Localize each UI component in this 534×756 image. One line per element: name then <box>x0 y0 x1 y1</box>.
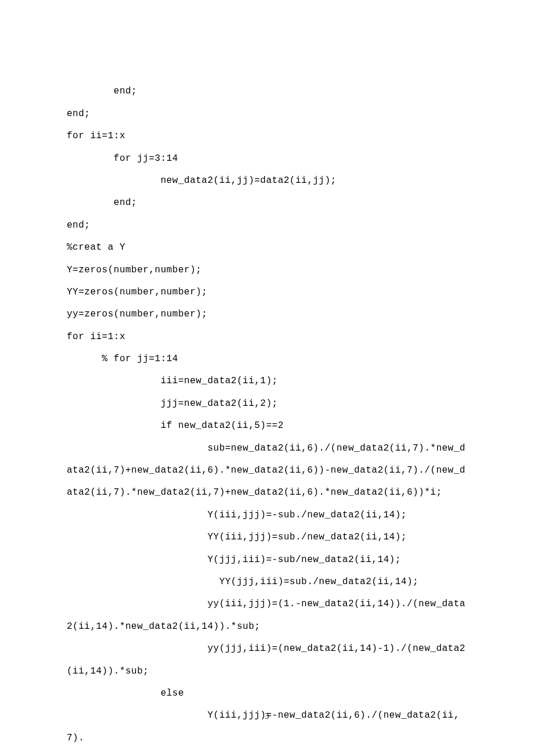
code-line: yy(iii,jjj)=(1.-new_data2(ii,14))./(new_… <box>67 599 466 631</box>
code-line: Y=zeros(number,number); <box>67 265 201 275</box>
code-line: YY=zeros(number,number); <box>67 287 207 297</box>
code-line: Y(jjj,iii)=-sub/new_data2(ii,14); <box>67 555 401 565</box>
code-line: jjj=new_data2(ii,2); <box>67 398 278 409</box>
code-line: yy=zeros(number,number); <box>67 309 207 319</box>
code-line: YY(iii,jjj)=sub./new_data2(ii,14); <box>67 532 407 542</box>
code-line: YY(jjj,iii)=sub./new_data2(ii,14); <box>67 577 418 587</box>
code-line: sub=new_data2(ii,6)./(new_data2(ii,7).*n… <box>67 443 466 498</box>
code-content: end; end; for ii=1:x for jj=3:14 new_dat… <box>67 58 467 749</box>
code-line: end; <box>67 220 90 231</box>
code-line: % for jj=1:14 <box>67 354 178 364</box>
page-number: 3 <box>0 712 534 721</box>
code-line: Y(iii,jjj)=-sub./new_data2(ii,14); <box>67 510 407 520</box>
code-line: for ii=1:x <box>67 332 125 342</box>
code-line: new_data2(ii,jj)=data2(ii,jj); <box>67 175 337 186</box>
code-line: for jj=3:14 <box>67 153 178 164</box>
code-line: else <box>67 688 184 699</box>
code-line: yy(jjj,iii)=(new_data2(ii,14)-1)./(new_d… <box>67 643 466 676</box>
code-line: for ii=1:x <box>67 131 125 141</box>
code-line: iii=new_data2(ii,1); <box>67 376 278 386</box>
code-line: if new_data2(ii,5)==2 <box>67 420 284 431</box>
document-page: end; end; for ii=1:x for jj=3:14 new_dat… <box>0 0 534 756</box>
code-line: %creat a Y <box>67 242 125 253</box>
code-line: end; <box>67 109 90 119</box>
code-line: end; <box>67 197 137 208</box>
code-line: end; <box>67 86 137 96</box>
